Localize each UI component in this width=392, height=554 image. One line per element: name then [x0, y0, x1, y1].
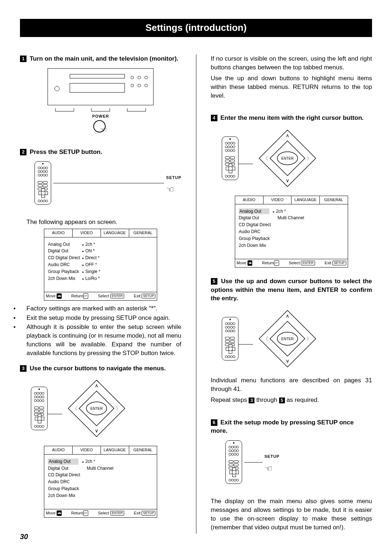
svg-text:∨: ∨ — [95, 428, 98, 433]
remote-enter-diagram: ENTER ∧ ∨ 〈 〉 — [222, 127, 372, 189]
osd-screen-highlight: AUDIO VIDEO LANGUAGE GENERAL Analog Out2… — [44, 446, 157, 518]
svg-text:∨: ∨ — [286, 178, 289, 183]
repeat-steps-text: Repeat steps 3 through 5 as required. — [211, 396, 372, 404]
step-number-icon: 6 — [211, 419, 217, 426]
step-3-text: Use the cursor buttons to navigate the m… — [30, 365, 166, 372]
step-2-text: Press the SETUP button. — [30, 148, 102, 155]
step-number-icon: 1 — [20, 56, 26, 62]
svg-text:〈: 〈 — [263, 336, 268, 342]
step-number-icon: 3 — [249, 398, 254, 403]
step-1-text: Turn on the main unit, and the televisio… — [30, 55, 179, 62]
setup-label: SETUP — [166, 175, 181, 180]
step-number-icon: 2 — [20, 149, 26, 155]
svg-text:ENTER: ENTER — [281, 337, 294, 341]
individual-functions-text: Individual menu functions are described … — [211, 376, 372, 394]
step-5-text: Use the up and down cursor buttons to se… — [211, 278, 372, 302]
osd-footer: Move ◂●▸ Return↩ Select ENTER Exit SETUP — [44, 292, 157, 300]
step-2-heading: 2 Press the SETUP button. — [20, 148, 181, 156]
power-label: POWER — [20, 114, 181, 119]
list-item: Although it is possible to enter the set… — [20, 323, 181, 357]
dpad-enter-icon: ENTER ∧ ∨ 〈 〉 — [257, 127, 318, 189]
step-6-text: Exit the setup mode by pressing SETUP on… — [211, 419, 354, 435]
step-3-heading: 3 Use the cursor buttons to navigate the… — [20, 364, 181, 373]
svg-text:∧: ∧ — [95, 383, 98, 388]
remote-icon — [222, 317, 238, 360]
osd-menu-table: Analog Out2ch * Digital OutON * CD Digit… — [48, 241, 102, 282]
remote-cursor-diagram: ENTER ∧ ∨ 〈 〉 — [31, 378, 181, 439]
left-column: 1 Turn on the main unit, and the televis… — [20, 54, 181, 534]
svg-text:〉: 〉 — [307, 336, 312, 342]
display-note-text: The display on the main menu also gives … — [211, 497, 372, 531]
remote-enter-diagram-2: ENTER ∧ ∨ 〈 〉 — [222, 308, 372, 370]
no-cursor-text: If no cursor is visible on the screen, u… — [211, 54, 372, 72]
step-number-icon: 5 — [279, 398, 285, 403]
power-button-icon: ☜ — [93, 120, 108, 135]
remote-setup-diagram: SETUP ☜ — [34, 161, 181, 205]
list-item: Exit the setup mode by pressing SETUP on… — [20, 314, 181, 322]
remote-icon — [225, 440, 242, 484]
osd-tabs: AUDIO VIDEO LANGUAGE GENERAL — [44, 229, 157, 237]
osd-tab: VIDEO — [73, 229, 101, 237]
remote-icon — [31, 387, 48, 430]
step-number-icon: 3 — [20, 365, 26, 372]
page-title: Settings (introduction) — [20, 19, 372, 37]
svg-text:ENTER: ENTER — [281, 156, 294, 160]
osd-screen-full: AUDIO VIDEO LANGUAGE GENERAL Analog Out2… — [44, 229, 157, 301]
dpad-enter-icon: ENTER ∧ ∨ 〈 〉 — [257, 308, 318, 370]
svg-text:ENTER: ENTER — [90, 407, 103, 411]
osd-tab: LANGUAGE — [101, 229, 129, 237]
step-6-heading: 6 Exit the setup mode by pressing SETUP … — [211, 418, 372, 436]
remote-icon — [34, 161, 51, 205]
svg-text:∧: ∧ — [286, 313, 289, 319]
osd-screen-highlight-2: AUDIO VIDEO LANGUAGE GENERAL Analog Out2… — [235, 196, 348, 268]
list-item: Factory settings are marked with an aste… — [20, 304, 181, 313]
svg-text:〉: 〉 — [307, 155, 312, 161]
setup-label: SETUP — [265, 454, 280, 459]
hand-icon: ☜ — [166, 183, 174, 196]
svg-text:〉: 〉 — [116, 406, 121, 411]
osd-tab: GENERAL — [129, 229, 157, 237]
following-appears-text: The following appears on screen. — [26, 218, 181, 227]
hand-icon: ☜ — [100, 125, 107, 136]
hand-icon: ☜ — [265, 463, 273, 475]
svg-text:〈: 〈 — [263, 155, 268, 161]
page-number: 30 — [20, 531, 28, 542]
remote-icon — [222, 137, 238, 180]
unit-diagram: POWER ☜ — [20, 68, 181, 134]
notes-list: Factory settings are marked with an aste… — [20, 304, 181, 358]
step-5-heading: 5 Use the up and down cursor buttons to … — [211, 277, 372, 303]
svg-text:∧: ∧ — [286, 133, 289, 138]
dpad-enter-icon: ENTER ∧ ∨ 〈 〉 — [66, 378, 127, 439]
right-column: If no cursor is visible on the screen, u… — [211, 54, 372, 534]
remote-setup-diagram-2: SETUP ☜ — [225, 440, 372, 484]
osd-tab: AUDIO — [44, 229, 73, 237]
step-4-heading: 4 Enter the menu item with the right cur… — [211, 114, 372, 122]
step-number-icon: 4 — [211, 115, 217, 121]
svg-text:∨: ∨ — [286, 358, 289, 364]
svg-text:〈: 〈 — [72, 406, 77, 411]
use-up-down-text: Use the up and down buttons to highlight… — [211, 74, 372, 100]
step-4-text: Enter the menu item with the right curso… — [220, 114, 364, 121]
step-1-heading: 1 Turn on the main unit, and the televis… — [20, 54, 181, 63]
step-number-icon: 5 — [211, 278, 217, 285]
